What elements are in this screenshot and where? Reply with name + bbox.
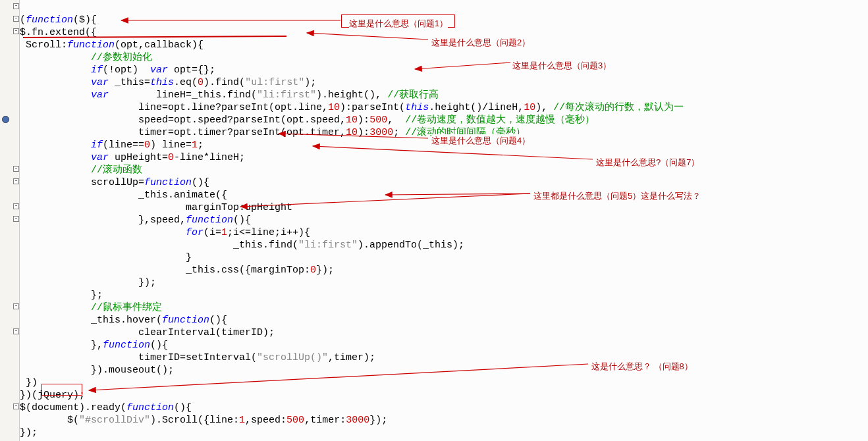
code-line: _this.css({marginTop:0}); <box>20 265 334 276</box>
code-line: }) <box>20 377 38 388</box>
fold-icon[interactable]: - <box>13 328 19 334</box>
fold-icon[interactable]: - <box>13 216 19 222</box>
fold-icon[interactable]: - <box>13 303 19 309</box>
annotation-box <box>41 384 82 396</box>
fold-icon[interactable]: - <box>13 166 19 172</box>
code-line: $("#scrollDiv").Scroll({line:1,speed:500… <box>20 415 387 426</box>
code-line: } <box>20 252 192 263</box>
code-line: line=opt.line?parseInt(opt.line,10):pars… <box>20 102 684 113</box>
gutter: - - - - - - - - - - <box>0 0 20 441</box>
code-line: },speed,function(){ <box>20 215 251 226</box>
code-line: _this.animate({ <box>20 190 227 201</box>
annotation-text: 这里是什么意思?（问题7） <box>596 156 699 169</box>
code-line: _this.hover(function(){ <box>20 315 227 326</box>
code-line: Scroll:function(opt,callback){ <box>20 39 203 51</box>
annotation-text: 这里是什么意思（问题3） <box>512 59 611 72</box>
code-line: var _this=this.eq(0).find("ul:first"); <box>20 77 316 88</box>
code-line: clearInterval(timerID); <box>20 327 275 338</box>
code-line: var upHeight=0-line*lineH; <box>20 152 245 163</box>
fold-icon[interactable]: - <box>13 3 19 9</box>
fold-icon[interactable]: - <box>13 16 19 22</box>
code-line: //参数初始化 <box>20 52 152 63</box>
code-line: scrollUp=function(){ <box>20 177 209 188</box>
annotation-text: 这是什么意思？ （问题8） <box>591 360 693 373</box>
code-line: }); <box>20 277 156 288</box>
code-line: $(document).ready(function(){ <box>20 402 192 413</box>
code-line: _this.find("li:first").appendTo(_this); <box>20 240 464 251</box>
code-editor[interactable]: (function($){ $.fn.extend({ Scroll:funct… <box>20 1 868 439</box>
code-line: if(line==0) line=1; <box>20 140 203 151</box>
code-line: var lineH=_this.find("li:first").height(… <box>20 90 439 101</box>
code-line: //滚动函数 <box>20 165 142 176</box>
fold-icon[interactable]: - <box>13 28 19 34</box>
code-line: },function(){ <box>20 340 168 351</box>
annotation-text: 这里是什么意思（问题1） <box>349 17 448 30</box>
code-line: if(!opt) var opt={}; <box>20 65 215 76</box>
code-line: speed=opt.speed?parseInt(opt.speed,10):5… <box>20 115 595 126</box>
annotation-text: 这里是什么意思（问题4） <box>431 134 530 147</box>
annotation-text: 这里都是什么意思（问题5）这是什么写法？ <box>533 190 701 202</box>
code-line: for(i=1;i<=line;i++){ <box>20 227 310 238</box>
code-line: (function($){ <box>20 14 97 26</box>
breakpoint-icon[interactable] <box>2 116 9 123</box>
fold-icon[interactable]: - <box>13 178 19 184</box>
fold-icon[interactable]: - <box>13 203 19 209</box>
code-line: timerID=setInterval("scrollUp()",timer); <box>20 352 375 363</box>
fold-icon[interactable]: - <box>13 403 19 409</box>
code-line: }).mouseout(); <box>20 365 174 376</box>
annotation-text: 这里是什么意思（问题2） <box>431 36 530 49</box>
code-line: marginTop:upHeight <box>20 202 292 213</box>
code-line: //鼠标事件绑定 <box>20 302 162 313</box>
code-line: }; <box>20 290 103 301</box>
code-line: }); <box>20 427 38 438</box>
